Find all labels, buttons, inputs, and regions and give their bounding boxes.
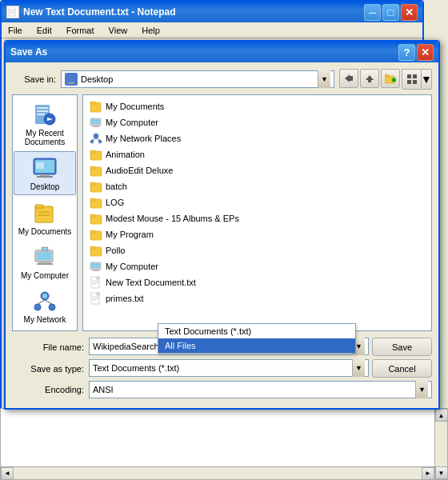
my-docs-icon	[32, 200, 58, 226]
save-button[interactable]: Save	[372, 338, 432, 356]
dialog-close-btn[interactable]: ✕	[417, 44, 434, 61]
dialog-help-btn[interactable]: ?	[398, 44, 415, 61]
svg-rect-56	[90, 150, 95, 153]
filetype-label: Save as type:	[12, 364, 84, 374]
scroll-left-btn[interactable]: ◄	[1, 467, 14, 480]
save-in-row: Save in: Desktop ▼	[12, 69, 432, 90]
file-name: Pollo	[106, 246, 125, 255]
svg-point-51	[90, 140, 94, 143]
svg-rect-70	[91, 263, 100, 268]
svg-rect-28	[36, 162, 44, 169]
svg-point-44	[42, 294, 47, 298]
text-file-icon	[90, 292, 102, 305]
menu-view[interactable]: View	[106, 24, 131, 37]
list-item[interactable]: My Computer	[86, 114, 428, 130]
file-list[interactable]: My Documents My Computer	[82, 94, 432, 331]
svg-rect-62	[90, 198, 95, 201]
encoding-label: Encoding:	[12, 385, 84, 394]
notepad-icon	[6, 6, 19, 18]
svg-rect-58	[90, 166, 95, 169]
vertical-scrollbar[interactable]: ▲ ▼	[434, 409, 447, 479]
filetype-input-wrap: Text Documents (*.txt) ▼ Cancel	[89, 359, 432, 378]
views-icon-btn[interactable]	[402, 70, 422, 89]
scroll-down-btn[interactable]: ▼	[435, 466, 448, 479]
notepad-window-controls: ─ □ ✕	[364, 4, 418, 21]
encoding-dropdown[interactable]: ANSI ▼	[89, 381, 432, 398]
svg-rect-15	[413, 74, 417, 78]
list-item[interactable]: AudioEdit Deluxe	[86, 162, 428, 178]
dialog-title: Save As	[10, 46, 398, 58]
recent-docs-label: My Recent Documents	[15, 129, 74, 146]
svg-rect-14	[407, 74, 411, 78]
svg-rect-21	[37, 114, 45, 115]
menu-file[interactable]: File	[5, 24, 26, 37]
menu-format[interactable]: Format	[63, 24, 98, 37]
svg-rect-20	[37, 110, 48, 112]
my-docs-label: My Documents	[18, 227, 72, 236]
save-in-dropdown[interactable]: Desktop ▼	[61, 70, 334, 88]
places-sidebar: My Recent Documents Desktop	[12, 94, 78, 331]
list-item[interactable]: primes.txt	[86, 290, 428, 306]
menu-edit[interactable]: Edit	[34, 24, 55, 37]
list-item[interactable]: Pollo	[86, 242, 428, 258]
encoding-dropdown-arrow[interactable]: ▼	[415, 381, 428, 398]
folder-icon	[90, 180, 102, 193]
back-btn[interactable]	[339, 69, 358, 88]
notepad-minimize-btn[interactable]: ─	[364, 4, 381, 21]
network-places-icon	[90, 132, 102, 145]
menu-help[interactable]: Help	[138, 24, 163, 37]
folder-icon	[90, 148, 102, 161]
list-item[interactable]: New Text Document.txt	[86, 274, 428, 290]
folder-icon	[90, 244, 102, 257]
svg-rect-6	[67, 83, 75, 84]
sidebar-item-my-computer[interactable]: My Computer	[14, 241, 76, 283]
horizontal-scrollbar[interactable]: ◄ ►	[1, 466, 434, 479]
save-in-value: Desktop	[81, 74, 314, 84]
dropdown-option-all-files[interactable]: All Files	[158, 338, 355, 353]
filetype-dropdown-popup: Text Documents (*.txt) All Files	[158, 323, 356, 354]
sidebar-item-recent-docs[interactable]: My Recent Documents	[14, 98, 76, 150]
svg-rect-46	[90, 102, 95, 104]
views-dropdown-btn[interactable]: ▼	[422, 70, 431, 89]
list-item[interactable]: LOG	[86, 194, 428, 210]
save-in-arrow[interactable]: ▼	[318, 70, 330, 88]
new-folder-btn[interactable]: ✱	[381, 69, 400, 88]
file-name: AudioEdit Deluxe	[106, 166, 173, 175]
my-computer-label: My Computer	[21, 271, 69, 280]
svg-rect-48	[91, 119, 100, 124]
scroll-up-btn[interactable]: ▲	[435, 409, 448, 422]
svg-line-54	[96, 138, 100, 140]
desktop-label: Desktop	[30, 182, 60, 191]
notepad-maximize-btn[interactable]: □	[382, 4, 399, 21]
svg-rect-64	[90, 214, 95, 217]
svg-rect-34	[37, 252, 51, 260]
svg-rect-16	[407, 80, 411, 84]
list-item[interactable]: batch	[86, 178, 428, 194]
svg-rect-36	[37, 263, 53, 265]
svg-point-40	[34, 304, 41, 310]
svg-rect-74	[97, 277, 99, 279]
list-item[interactable]: Animation	[86, 146, 428, 162]
views-btn[interactable]: ▼	[402, 69, 432, 90]
up-btn[interactable]	[360, 69, 379, 88]
sidebar-item-my-network[interactable]: My Network	[14, 285, 76, 327]
svg-point-41	[49, 304, 55, 310]
notepad-close-btn[interactable]: ✕	[401, 4, 418, 21]
scroll-right-btn[interactable]: ►	[422, 467, 434, 480]
list-item[interactable]: My Documents	[86, 98, 428, 114]
filetype-dropdown[interactable]: Text Documents (*.txt) ▼	[89, 359, 369, 377]
svg-line-53	[92, 138, 96, 140]
sidebar-item-desktop[interactable]: Desktop	[14, 151, 76, 195]
filetype-dropdown-arrow[interactable]: ▼	[352, 359, 365, 377]
list-item[interactable]: My Computer	[86, 258, 428, 274]
svg-rect-32	[38, 214, 50, 216]
dialog-body: Save in: Desktop ▼	[6, 62, 438, 408]
list-item[interactable]: My Program	[86, 226, 428, 242]
filename-label: File name:	[12, 342, 84, 352]
sidebar-item-my-docs[interactable]: My Documents	[14, 197, 76, 239]
cancel-button[interactable]: Cancel	[372, 359, 432, 378]
list-item[interactable]: Modest Mouse - 15 Albums & EPs	[86, 210, 428, 226]
dropdown-option-txt[interactable]: Text Documents (*.txt)	[158, 324, 355, 338]
list-item[interactable]: My Network Places	[86, 130, 428, 146]
svg-line-42	[38, 300, 45, 304]
